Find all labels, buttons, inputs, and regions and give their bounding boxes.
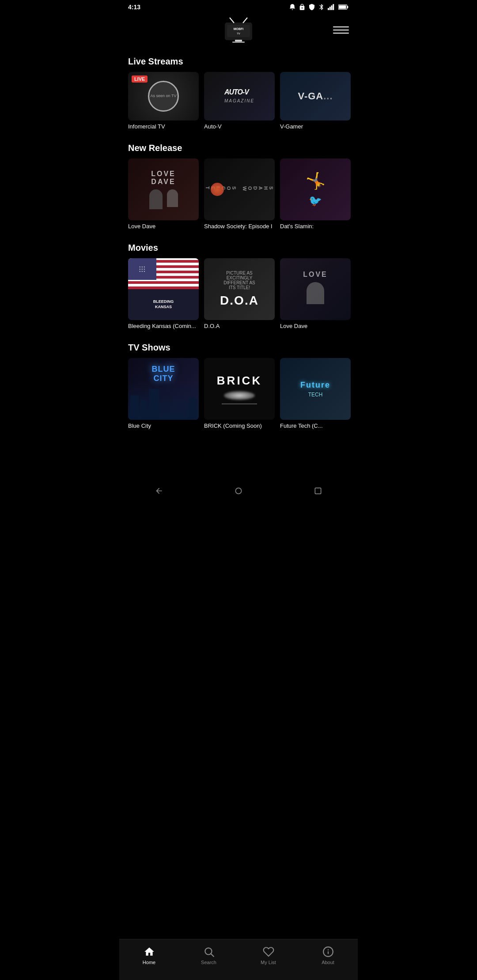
live-streams-label: Live Streams	[119, 52, 358, 72]
list-item[interactable]: SHADOWSOCIETY Shadow Society: Episode I	[204, 158, 275, 230]
bluecity-thumb: BLUECITY	[128, 358, 199, 420]
svg-rect-13	[235, 40, 242, 41]
svg-line-8	[243, 18, 247, 23]
lock-icon	[299, 4, 306, 11]
status-icons	[289, 4, 349, 11]
lovedave2-thumb: LOVE	[280, 258, 351, 320]
autov-thumb: AUTO-VMAGAZINE	[204, 72, 275, 121]
list-item[interactable]: PICTURE ASEXCITINGLYDIFFERENT ASITS TITL…	[204, 258, 275, 329]
svg-rect-1	[329, 7, 331, 10]
nav-my-list-label: My List	[261, 960, 276, 965]
list-item[interactable]: BLUECITY Blue City	[128, 358, 199, 429]
list-item[interactable]: Future TECH Future Tech (C...	[280, 358, 351, 429]
menu-button[interactable]	[333, 22, 349, 38]
svg-rect-3	[333, 4, 334, 10]
brick-text: BRICK	[217, 374, 262, 388]
vgamer-logo: V-GA...	[298, 90, 333, 102]
bottom-nav: Home Search My List About	[119, 939, 358, 980]
svg-point-20	[327, 950, 328, 950]
nav-search[interactable]: Search	[193, 944, 224, 967]
movies-label: Movies	[119, 238, 358, 258]
card-title: Love Dave	[128, 223, 199, 230]
live-badge: LIVE	[132, 75, 148, 83]
slamin-toy: 🐦	[309, 195, 322, 207]
svg-rect-0	[328, 8, 329, 10]
card-title: Auto-V	[204, 123, 275, 130]
new-release-row: LOVEDAVE Love Dave SHADOWSOCIETY	[119, 158, 358, 234]
list-item[interactable]: LOVEDAVE Love Dave	[128, 158, 199, 230]
nav-home-label: Home	[143, 960, 155, 965]
status-bar: 4:13	[119, 0, 358, 12]
svg-rect-6	[339, 5, 346, 9]
lovedave2-text: LOVE	[303, 271, 328, 279]
live-streams-section: Live Streams LIVE As seen on TV Infomerc…	[119, 52, 358, 134]
bluecity-text: BLUECITY	[128, 365, 199, 383]
svg-rect-14	[232, 41, 245, 43]
svg-rect-2	[331, 5, 333, 10]
slamin-thumb: 🤸 🐦	[280, 158, 351, 220]
signal-icon	[328, 4, 336, 10]
heart-icon	[262, 946, 275, 958]
bluetooth-icon	[318, 4, 325, 11]
search-icon	[203, 946, 215, 958]
info-icon	[322, 946, 334, 958]
tv-shows-label: TV Shows	[119, 338, 358, 358]
card-title: Love Dave	[280, 323, 351, 329]
bleeding-text: BLEEDINGKANSAS	[153, 299, 174, 309]
svg-text:MOBFI: MOBFI	[234, 27, 244, 30]
list-item[interactable]: V-GA... V-Gamer	[280, 72, 351, 130]
parental-icon	[308, 4, 315, 11]
svg-rect-10	[227, 25, 250, 37]
recents-button[interactable]	[313, 486, 323, 496]
infomercial-logo: As seen on TV	[148, 81, 179, 112]
slamin-character: 🤸	[306, 172, 326, 190]
home-icon	[143, 946, 155, 958]
card-title: Infomercial TV	[128, 123, 199, 130]
nav-my-list[interactable]: My List	[253, 944, 284, 967]
movies-section: Movies ★ ★ ★★ ★ ★★ ★ ★ BLEEDINGKANSAS	[119, 238, 358, 334]
card-title: D.O.A	[204, 323, 275, 329]
lovedave-overlay-text: LOVEDAVE	[149, 170, 178, 186]
list-item[interactable]: 🤸 🐦 Dat's Slamin:	[280, 158, 351, 230]
status-time: 4:13	[128, 4, 140, 11]
list-item[interactable]: BRICK BRICK (Coming Soon)	[204, 358, 275, 429]
autov-logo: AUTO-VMAGAZINE	[224, 88, 254, 104]
list-item[interactable]: ★ ★ ★★ ★ ★★ ★ ★ BLEEDINGKANSAS Bleeding …	[128, 258, 199, 329]
nav-about-label: About	[322, 960, 334, 965]
new-release-label: New Release	[119, 139, 358, 158]
android-home-button[interactable]	[233, 486, 244, 496]
nav-about[interactable]: About	[313, 944, 344, 967]
vgamer-thumb: V-GA...	[280, 72, 351, 121]
tv-shows-section: TV Shows BLUECITY	[119, 338, 358, 433]
card-title: Shadow Society: Episode I	[204, 223, 275, 230]
card-title: Blue City	[128, 422, 199, 429]
list-item[interactable]: AUTO-VMAGAZINE Auto-V	[204, 72, 275, 130]
list-item[interactable]: LIVE As seen on TV Infomercial TV	[128, 72, 199, 130]
card-title: Future Tech (C...	[280, 422, 351, 429]
card-title: BRICK (Coming Soon)	[204, 422, 275, 429]
shadow-thumb: SHADOWSOCIETY	[204, 158, 275, 220]
header: MOBFI TV	[119, 12, 358, 52]
list-item[interactable]: LOVE Love Dave	[280, 258, 351, 329]
back-button[interactable]	[154, 486, 164, 496]
svg-rect-22	[315, 488, 321, 494]
doa-thumb: PICTURE ASEXCITINGLYDIFFERENT ASITS TITL…	[204, 258, 275, 320]
content-area: Live Streams LIVE As seen on TV Infomerc…	[119, 52, 358, 491]
lovedave-thumb: LOVEDAVE	[128, 158, 199, 220]
doa-text: D.O.A	[220, 294, 259, 308]
nav-home[interactable]: Home	[134, 944, 165, 967]
system-nav	[119, 491, 358, 531]
brick-thumb: BRICK	[204, 358, 275, 420]
svg-point-21	[235, 488, 241, 494]
live-streams-row: LIVE As seen on TV Infomercial TV AUTO-V…	[119, 72, 358, 134]
mobfi-tv-logo: MOBFI TV	[221, 17, 256, 43]
svg-rect-5	[347, 6, 348, 8]
futuretech-text: Future	[300, 381, 330, 390]
card-title: Bleeding Kansas (Comin...	[128, 323, 199, 329]
new-release-section: New Release LOVEDAVE Love Dave	[119, 139, 358, 234]
infomercial-thumb: LIVE As seen on TV	[128, 72, 199, 121]
notification-icon	[289, 4, 296, 11]
doa-subtitle: PICTURE ASEXCITINGLYDIFFERENT ASITS TITL…	[220, 271, 259, 290]
card-title: Dat's Slamin:	[280, 223, 351, 230]
app-logo: MOBFI TV	[221, 17, 256, 43]
